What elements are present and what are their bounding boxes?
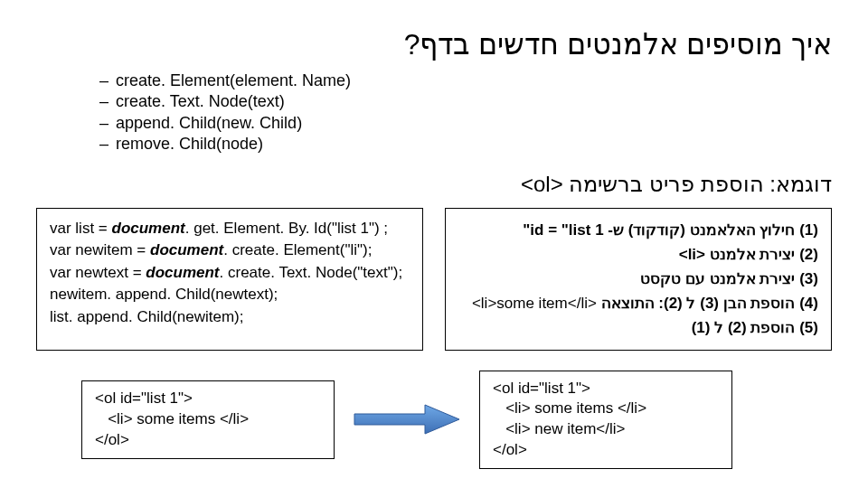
dash-icon: – bbox=[99, 134, 116, 155]
mid-row: var list = document. get. Element. By. I… bbox=[36, 208, 832, 351]
bullet-text: remove. Child(node) bbox=[116, 134, 263, 155]
bullet-item: – remove. Child(node) bbox=[99, 134, 832, 155]
dash-icon: – bbox=[99, 91, 116, 112]
slide: איך מוסיפים אלמנטים חדשים בדף? – create.… bbox=[0, 0, 868, 488]
bullet-list: – create. Element(element. Name) – creat… bbox=[99, 70, 832, 155]
example-title: דוגמא: הוספת פריט ברשימה <ol> bbox=[36, 172, 832, 197]
bullet-text: append. Child(new. Child) bbox=[116, 113, 302, 134]
bullet-text: create. Element(element. Name) bbox=[116, 70, 351, 91]
code-line: list. append. Child(newitem); bbox=[50, 306, 410, 329]
step-text: (1) חילוץ האלאמנט (קודקוד) ש- id = "list… bbox=[458, 218, 818, 242]
code-line: newitem. append. Child(newtext); bbox=[50, 284, 410, 306]
code-line: var newtext = document. create. Text. No… bbox=[50, 262, 410, 285]
bullet-item: – append. Child(new. Child) bbox=[99, 113, 832, 134]
code-line: var newitem = document. create. Element(… bbox=[50, 239, 410, 262]
page-title: איך מוסיפים אלמנטים חדשים בדף? bbox=[36, 27, 832, 61]
step-text: (4) הוספת הבן (3) ל (2): התוצאה <li>some… bbox=[458, 291, 818, 315]
step-text: (5) הוספת (2) ל (1) bbox=[458, 315, 818, 340]
step-text: (3) יצירת אלמנט עם טקסט bbox=[458, 267, 818, 291]
bullet-text: create. Text. Node(text) bbox=[116, 91, 285, 112]
steps-box: (1) חילוץ האלאמנט (קודקוד) ש- id = "list… bbox=[445, 208, 832, 351]
bullet-item: – create. Element(element. Name) bbox=[99, 70, 832, 91]
code-line: var list = document. get. Element. By. I… bbox=[50, 218, 410, 240]
dash-icon: – bbox=[99, 70, 116, 91]
svg-marker-0 bbox=[354, 405, 459, 434]
code-box: var list = document. get. Element. By. I… bbox=[36, 208, 423, 351]
step-text: (2) יצירת אלמנט <li> bbox=[458, 242, 818, 267]
arrow-icon bbox=[353, 401, 461, 437]
bullet-item: – create. Text. Node(text) bbox=[99, 91, 832, 112]
bottom-row: <ol id="list 1"> <li> some items </li> <… bbox=[36, 371, 832, 470]
snippet-before: <ol id="list 1"> <li> some items </li> <… bbox=[81, 380, 335, 459]
snippet-after: <ol id="list 1"> <li> some items </li> <… bbox=[479, 371, 732, 470]
dash-icon: – bbox=[99, 113, 116, 134]
